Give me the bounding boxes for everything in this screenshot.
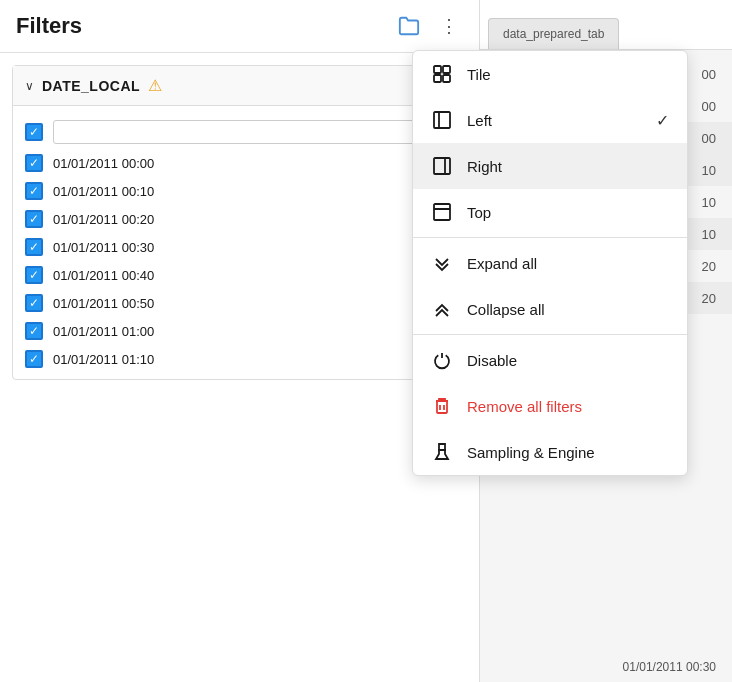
divider-1 xyxy=(413,237,687,238)
svg-rect-6 xyxy=(434,158,450,174)
menu-item-tile[interactable]: Tile xyxy=(413,51,687,97)
filter-list: ✓ ✓ 01/01/2011 00:00 ✓ 01/01/2011 00:10 … xyxy=(13,106,466,379)
main-panel: Filters ⋮ ∨ DATE_LOCAL ⚠ ✓ ✓ 01/01/ xyxy=(0,0,480,682)
warning-icon: ⚠ xyxy=(148,76,162,95)
collapse-all-icon xyxy=(431,298,453,320)
menu-label-top: Top xyxy=(467,204,491,221)
list-item: ✓ 01/01/2011 01:10 xyxy=(13,345,466,373)
filter-value: 01/01/2011 00:00 xyxy=(53,156,154,171)
divider-2 xyxy=(413,334,687,335)
list-item: ✓ 01/01/2011 00:20 xyxy=(13,205,466,233)
tab-item[interactable]: data_prepared_tab xyxy=(488,18,619,49)
filter-section: ∨ DATE_LOCAL ⚠ ✓ ✓ 01/01/2011 00:00 ✓ 01… xyxy=(12,65,467,380)
filter-checkbox[interactable]: ✓ xyxy=(25,294,43,312)
filter-value: 01/01/2011 01:10 xyxy=(53,352,154,367)
filter-checkbox[interactable]: ✓ xyxy=(25,266,43,284)
collapse-icon[interactable]: ∨ xyxy=(25,79,34,93)
tile-icon xyxy=(431,63,453,85)
menu-label-right: Right xyxy=(467,158,502,175)
filter-value: 01/01/2011 00:50 xyxy=(53,296,154,311)
menu-label-collapse-all: Collapse all xyxy=(467,301,545,318)
filters-title: Filters xyxy=(16,13,383,39)
context-menu: Tile Left ✓ Right Top xyxy=(412,50,688,476)
menu-item-collapse-all[interactable]: Collapse all xyxy=(413,286,687,332)
list-item: ✓ 01/01/2011 00:40 xyxy=(13,261,466,289)
left-icon xyxy=(431,109,453,131)
filter-value: 01/01/2011 00:40 xyxy=(53,268,154,283)
svg-rect-4 xyxy=(434,112,450,128)
tube-icon xyxy=(431,441,453,463)
right-icon xyxy=(431,155,453,177)
filter-checkbox[interactable]: ✓ xyxy=(25,350,43,368)
menu-item-left[interactable]: Left ✓ xyxy=(413,97,687,143)
list-item: ✓ 01/01/2011 00:30 xyxy=(13,233,466,261)
svg-rect-0 xyxy=(434,66,441,73)
filter-search-input[interactable] xyxy=(53,120,454,144)
tab-bar: data_prepared_tab xyxy=(480,0,732,50)
svg-rect-10 xyxy=(437,401,447,413)
trash-icon xyxy=(431,395,453,417)
list-item: ✓ 01/01/2011 01:00 xyxy=(13,317,466,345)
menu-item-top[interactable]: Top xyxy=(413,189,687,235)
filter-value: 01/01/2011 00:10 xyxy=(53,184,154,199)
svg-rect-8 xyxy=(434,204,450,220)
filter-checkbox[interactable]: ✓ xyxy=(25,238,43,256)
menu-label-expand-all: Expand all xyxy=(467,255,537,272)
menu-label-disable: Disable xyxy=(467,352,517,369)
menu-item-remove-all[interactable]: Remove all filters xyxy=(413,383,687,429)
filter-checkbox[interactable]: ✓ xyxy=(25,210,43,228)
more-options-button[interactable]: ⋮ xyxy=(435,12,463,40)
filter-checkbox[interactable]: ✓ xyxy=(25,154,43,172)
check-mark-left: ✓ xyxy=(656,111,669,130)
filter-value: 01/01/2011 00:20 xyxy=(53,212,154,227)
menu-item-disable[interactable]: Disable xyxy=(413,337,687,383)
bottom-date: 01/01/2011 00:30 xyxy=(623,660,716,674)
filter-value: 01/01/2011 01:00 xyxy=(53,324,154,339)
menu-label-tile: Tile xyxy=(467,66,491,83)
menu-item-sampling[interactable]: Sampling & Engine xyxy=(413,429,687,475)
expand-all-icon xyxy=(431,252,453,274)
list-item: ✓ 01/01/2011 00:00 xyxy=(13,149,466,177)
list-item: ✓ 01/01/2011 00:10 xyxy=(13,177,466,205)
select-all-checkbox[interactable]: ✓ xyxy=(25,123,43,141)
menu-item-right[interactable]: Right xyxy=(413,143,687,189)
filter-checkbox[interactable]: ✓ xyxy=(25,182,43,200)
menu-label-remove-all: Remove all filters xyxy=(467,398,582,415)
menu-item-expand-all[interactable]: Expand all xyxy=(413,240,687,286)
power-icon xyxy=(431,349,453,371)
svg-rect-3 xyxy=(443,75,450,82)
filter-checkbox[interactable]: ✓ xyxy=(25,322,43,340)
list-item: ✓ 01/01/2011 00:50 xyxy=(13,289,466,317)
filters-header: Filters ⋮ xyxy=(0,0,479,53)
top-icon xyxy=(431,201,453,223)
folder-icon[interactable] xyxy=(395,12,423,40)
section-title: DATE_LOCAL xyxy=(42,78,140,94)
svg-rect-1 xyxy=(443,66,450,73)
svg-rect-2 xyxy=(434,75,441,82)
menu-label-sampling: Sampling & Engine xyxy=(467,444,595,461)
filter-section-header: ∨ DATE_LOCAL ⚠ xyxy=(13,66,466,106)
menu-label-left: Left xyxy=(467,112,492,129)
filter-search-row: ✓ xyxy=(13,112,466,149)
filter-value: 01/01/2011 00:30 xyxy=(53,240,154,255)
